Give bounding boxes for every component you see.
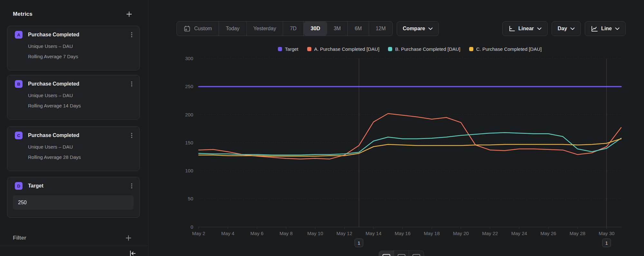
series-line-a[interactable] [199,114,621,159]
metric-card-a[interactable]: A Purchase Completed Unique Users – DAU … [7,26,140,70]
x-axis-label: May 2 [192,231,205,236]
annotation-badge-label: 1 [605,241,608,246]
y-axis-label: 200 [185,112,193,117]
x-axis-label: May 10 [307,231,323,236]
chevron-down-icon [615,27,620,30]
x-axis-label: May 14 [365,231,381,236]
legend-swatch [469,47,473,51]
chart-type-label: Line [601,26,612,32]
legend-label: A. Purchase Completed [DAU] [314,46,380,52]
date-range-custom-label: Custom [194,26,212,32]
collapse-sidebar-button[interactable] [129,250,137,256]
calendar-icon [184,25,191,32]
metric-rolling-average: Rolling Average 28 Days [7,154,139,160]
x-axis-label: May 16 [395,231,411,236]
metric-badge: A [15,31,23,39]
layout-rows-button[interactable] [394,251,409,256]
annotation-badge[interactable]: 1 [602,239,611,247]
date-range-yesterday[interactable]: Yesterday [247,22,283,36]
add-filter-button[interactable] [125,234,132,242]
metric-card-b[interactable]: B Purchase Completed Unique Users – DAU … [7,75,140,120]
date-range-7d[interactable]: 7D [283,22,303,36]
metric-card-head: A Purchase Completed [7,26,139,39]
chevron-down-icon [537,27,542,30]
legend-swatch [278,47,282,51]
plus-icon [126,11,133,18]
granularity-button[interactable]: Day [552,21,581,36]
target-title: Target [28,183,43,189]
y-axis-label: 0 [191,224,193,230]
chart-legend: Target A. Purchase Completed [DAU] B. Pu… [198,45,621,52]
metric-title: Purchase Completed [28,81,79,87]
chart-toolbar: Custom Today Yesterday 7D 30D 3M 6M 12M … [176,21,626,36]
x-axis-label: May 4 [221,231,234,236]
plus-icon [125,234,132,242]
date-range-12m[interactable]: 12M [369,22,393,36]
series-line-b[interactable] [199,133,621,155]
x-axis-label: May 8 [279,231,293,236]
granularity-label: Day [558,26,567,32]
compare-button[interactable]: Compare [397,21,439,36]
x-axis-label: May 26 [540,231,556,236]
chart-type-button[interactable]: Line [585,21,626,36]
x-axis-label: May 18 [424,231,440,236]
axis-scale-button[interactable]: Linear [502,21,548,36]
target-card[interactable]: D Target [7,177,140,218]
target-value-input[interactable] [13,195,134,210]
x-axis-label: May 30 [599,231,614,236]
kebab-menu-icon[interactable] [128,182,135,189]
date-range-6m[interactable]: 6M [348,22,369,36]
rows-panel-icon [398,254,405,256]
add-metric-button[interactable] [126,11,133,18]
kebab-menu-icon[interactable] [128,31,135,38]
x-axis-label: May 12 [336,231,352,236]
metric-badge: D [15,182,23,190]
x-axis-label: May 20 [453,231,469,236]
annotation-badge[interactable]: 1 [355,239,363,247]
kebab-menu-icon[interactable] [128,80,135,87]
filter-header: Filter [13,233,132,242]
x-axis-label: May 6 [251,231,264,236]
metrics-sidebar: Metrics A Purchase Completed Unique User… [0,0,148,256]
metric-measurement: Unique Users – DAU [7,43,139,49]
date-range-3m[interactable]: 3M [327,22,348,36]
grid-panel-icon [412,254,420,256]
x-axis-label: May 28 [570,231,585,236]
legend-swatch [388,47,392,51]
legend-item-b[interactable]: B. Purchase Completed [DAU] [388,46,460,52]
legend-label: Target [285,46,298,52]
legend-label: C. Purchase Completed [DAU] [476,46,542,52]
legend-item-target[interactable]: Target [278,46,298,52]
filter-title: Filter [13,235,26,241]
legend-item-a[interactable]: A. Purchase Completed [DAU] [307,46,380,52]
compare-label: Compare [403,26,425,32]
layout-grid-button[interactable] [409,251,424,256]
metrics-header: Metrics [13,10,133,19]
x-axis-label: May 24 [511,231,527,236]
linear-axis-icon [508,25,515,32]
date-range-custom[interactable]: Custom [177,22,219,36]
date-range-control: Custom Today Yesterday 7D 30D 3M 6M 12M [176,21,393,36]
metric-card-c[interactable]: C Purchase Completed Unique Users – DAU … [7,126,140,171]
layout-single-button[interactable] [379,251,394,256]
kebab-menu-icon[interactable] [128,132,135,139]
series-line-c[interactable] [199,139,621,156]
date-range-today[interactable]: Today [219,22,247,36]
metrics-title: Metrics [13,11,33,17]
y-axis-label: 250 [185,84,193,89]
metric-badge: C [15,132,23,139]
x-axis-label: May 22 [482,231,498,236]
annotation-badge-label: 1 [358,241,360,246]
metric-card-head: C Purchase Completed [7,127,139,139]
axis-scale-label: Linear [518,26,534,32]
single-panel-icon [383,254,390,256]
chart-layout-switcher [379,251,424,256]
y-axis-label: 100 [185,168,193,173]
target-card-head: D Target [7,177,139,190]
legend-item-c[interactable]: C. Purchase Completed [DAU] [469,46,542,52]
date-range-30d[interactable]: 30D [304,22,327,36]
metric-rolling-average: Rolling Average 14 Days [7,103,139,108]
sidebar-main-divider [148,0,148,256]
metric-title: Purchase Completed [28,32,79,38]
metric-card-head: B Purchase Completed [7,75,139,88]
